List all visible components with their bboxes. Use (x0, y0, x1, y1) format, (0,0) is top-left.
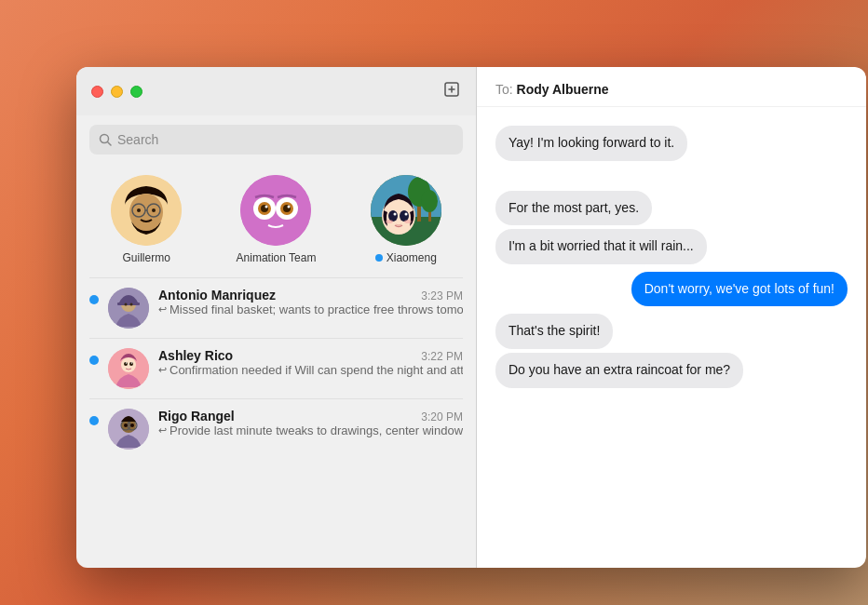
bubble-group-received-2: That's the spirit! Do you have an extra … (495, 314, 848, 387)
avatar-rigo (108, 409, 149, 450)
close-button[interactable] (91, 86, 103, 98)
svg-point-4 (129, 194, 163, 231)
search-bar[interactable]: Search (89, 125, 463, 155)
svg-point-43 (131, 362, 132, 363)
msg-header-ashley: Ashley Rico 3:22 PM (158, 348, 463, 363)
msg-name-antonio: Antonio Manriquez (158, 288, 276, 302)
svg-point-8 (137, 208, 141, 212)
msg-preview-rigo: ↩ Provide last minute tweaks to drawings… (158, 424, 463, 437)
bubble-5: That's the spirit! (495, 314, 613, 349)
message-list: Antonio Manriquez 3:23 PM ↩ Missed final… (76, 278, 476, 568)
recipient-name: Rody Albuerne (517, 82, 609, 97)
conversation-list-panel: Search (76, 67, 477, 568)
svg-point-9 (152, 208, 156, 212)
msg-header-antonio: Antonio Manriquez 3:23 PM (158, 288, 463, 302)
pinned-contact-xiaomeng[interactable]: Xiaomeng (371, 175, 441, 264)
avatar-animation-team (240, 175, 311, 246)
compose-icon (442, 80, 461, 99)
minimize-button[interactable] (111, 86, 123, 98)
avatar-xiaomeng (371, 175, 441, 246)
svg-point-17 (265, 206, 268, 208)
titlebar (76, 67, 476, 115)
msg-header-rigo: Rigo Rangel 3:20 PM (158, 409, 463, 424)
svg-point-10 (240, 175, 311, 246)
svg-point-39 (121, 357, 136, 372)
msg-name-rigo: Rigo Rangel (158, 409, 235, 424)
msg-preview-ashley: ↩ Confirmation needed if Will can spend … (158, 363, 463, 377)
message-item-antonio[interactable]: Antonio Manriquez 3:23 PM ↩ Missed final… (76, 278, 476, 338)
msg-time-rigo: 3:20 PM (421, 410, 463, 424)
message-item-ashley[interactable]: Ashley Rico 3:22 PM ↩ Confirmation neede… (76, 339, 476, 398)
preview-icon-rigo: ↩ (158, 424, 167, 437)
svg-rect-35 (117, 302, 140, 305)
svg-point-37 (130, 303, 133, 306)
unread-indicator-ashley (89, 356, 99, 365)
unread-indicator-rigo (89, 416, 99, 425)
svg-point-31 (386, 220, 393, 223)
pinned-name-guillermo: Guillermo (123, 251, 170, 264)
pinned-contact-animation-team[interactable]: Animation Team (237, 175, 317, 264)
svg-point-29 (393, 213, 396, 216)
to-label: To: (495, 82, 513, 97)
avatar-guillermo (111, 175, 182, 246)
pinned-name-animation-team: Animation Team (237, 251, 317, 264)
svg-point-50 (130, 424, 134, 427)
chat-panel: To: Rody Albuerne Yay! I'm looking forwa… (477, 67, 866, 568)
msg-content-ashley: Ashley Rico 3:22 PM ↩ Confirmation neede… (158, 348, 463, 377)
msg-content-antonio: Antonio Manriquez 3:23 PM ↩ Missed final… (158, 288, 463, 316)
msg-name-ashley: Ashley Rico (158, 348, 233, 363)
svg-point-32 (404, 220, 412, 223)
bubble-6: Do you have an extra raincoat for me? (495, 353, 743, 388)
bubble-group-received: For the most part, yes. I'm a bit worrie… (495, 191, 848, 264)
msg-preview-antonio: ↩ Missed final basket; wants to practice… (158, 302, 463, 316)
preview-icon-ashley: ↩ (158, 364, 167, 376)
pinned-contact-guillermo[interactable]: Guillermo (111, 175, 182, 264)
guillermo-avatar-image (111, 175, 182, 246)
msg-time-antonio: 3:23 PM (421, 289, 463, 302)
bubble-group-sent: Don't worry, we've got lots of fun! (495, 272, 848, 307)
svg-point-49 (124, 424, 128, 427)
preview-icon-antonio: ↩ (158, 303, 167, 316)
svg-point-30 (404, 213, 407, 216)
avatar-antonio (108, 288, 149, 329)
spacer-1 (495, 168, 848, 183)
xiaomeng-avatar-image (371, 175, 441, 246)
search-placeholder: Search (117, 132, 158, 147)
pinned-contacts-row: Guillermo (76, 164, 476, 277)
bubble-4: Don't worry, we've got lots of fun! (631, 272, 848, 307)
avatar-ashley (108, 348, 149, 389)
unread-indicator-antonio (89, 295, 99, 304)
to-line: To: Rody Albuerne (495, 82, 848, 97)
svg-point-18 (288, 206, 291, 208)
messages-window: Search (76, 67, 866, 568)
svg-point-42 (126, 362, 127, 363)
compose-button[interactable] (442, 80, 461, 102)
search-icon (99, 133, 112, 146)
msg-content-rigo: Rigo Rangel 3:20 PM ↩ Provide last minut… (158, 409, 463, 437)
bubble-1: Yay! I'm looking forward to it. (495, 126, 687, 161)
svg-point-25 (421, 190, 438, 212)
traffic-lights (91, 86, 142, 98)
svg-line-2 (108, 142, 112, 146)
maximize-button[interactable] (130, 86, 142, 98)
msg-time-ashley: 3:22 PM (421, 350, 463, 363)
message-item-rigo[interactable]: Rigo Rangel 3:20 PM ↩ Provide last minut… (76, 399, 476, 459)
pinned-name-xiaomeng: Xiaomeng (375, 251, 437, 264)
animation-team-avatar-image (240, 175, 311, 246)
bubble-2: For the most part, yes. (495, 191, 652, 226)
online-indicator-xiaomeng (375, 254, 383, 262)
svg-point-36 (125, 303, 128, 306)
bubble-3: I'm a bit worried that it will rain... (495, 229, 707, 264)
chat-header: To: Rody Albuerne (477, 67, 866, 107)
chat-messages: Yay! I'm looking forward to it. For the … (477, 107, 866, 568)
